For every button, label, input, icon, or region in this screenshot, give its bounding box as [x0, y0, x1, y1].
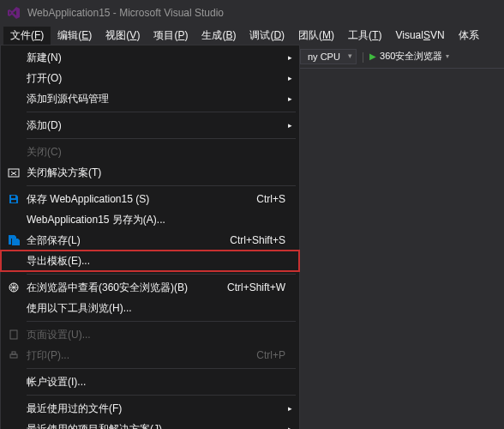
- chevron-right-icon: ▸: [284, 425, 292, 429]
- save-icon: [4, 193, 23, 205]
- menu-save-as[interactable]: WebApplication15 另存为(A)...: [1, 209, 299, 230]
- menu-save-all[interactable]: 全部保存(L) Ctrl+Shift+S: [1, 230, 299, 251]
- chevron-right-icon: ▸: [284, 94, 292, 103]
- menu-edit[interactable]: 编辑(E): [51, 27, 99, 45]
- browser-icon: [4, 281, 23, 293]
- close-solution-icon: [4, 166, 23, 178]
- print-icon: [4, 349, 23, 361]
- menu-arch[interactable]: 体系: [452, 27, 486, 45]
- cpu-selector[interactable]: ny CPU: [300, 49, 357, 64]
- menu-add[interactable]: 添加(D) ▸: [1, 115, 299, 136]
- chevron-right-icon: ▸: [284, 53, 292, 62]
- separator: [27, 138, 296, 139]
- menu-recent-projects[interactable]: 最近使用的项目和解决方案(J) ▸: [1, 419, 299, 429]
- separator: [27, 395, 296, 396]
- separator: [27, 112, 296, 112]
- menu-save[interactable]: 保存 WebApplication15 (S) Ctrl+S: [1, 189, 299, 209]
- menu-project[interactable]: 项目(P): [147, 27, 195, 45]
- menu-print: 打印(P)... Ctrl+P: [1, 345, 299, 366]
- file-dropdown-menu: 新建(N) ▸ 打开(O) ▸ 添加到源代码管理 ▸ 添加(D) ▸ 关闭(C)…: [0, 45, 300, 429]
- chevron-right-icon: ▸: [284, 404, 292, 413]
- menu-build[interactable]: 生成(B): [195, 27, 243, 45]
- menu-browse[interactable]: 在浏览器中查看(360安全浏览器)(B) Ctrl+Shift+W: [1, 277, 299, 298]
- menu-recent-files[interactable]: 最近使用过的文件(F) ▸: [1, 398, 299, 419]
- menu-page-setup: 页面设置(U)...: [1, 324, 299, 345]
- menu-tools[interactable]: 工具(T): [341, 27, 388, 45]
- menu-team[interactable]: 团队(M): [291, 27, 341, 45]
- separator: [27, 368, 296, 369]
- separator: [27, 185, 296, 186]
- titlebar: WebApplication15 - Microsoft Visual Stud…: [0, 0, 504, 26]
- menu-close: 关闭(C): [1, 142, 299, 162]
- svg-rect-3: [10, 354, 17, 358]
- menu-account[interactable]: 帐户设置(I)...: [1, 372, 299, 392]
- menu-new[interactable]: 新建(N) ▸: [1, 47, 299, 68]
- menu-visualsvn[interactable]: VisualSVN: [388, 27, 451, 43]
- vs-logo-icon: [7, 6, 21, 20]
- chevron-right-icon: ▸: [284, 121, 292, 130]
- save-all-icon: [4, 234, 23, 246]
- menu-file[interactable]: 文件(F): [3, 27, 51, 45]
- svg-rect-4: [12, 352, 15, 354]
- menu-view[interactable]: 视图(V): [99, 27, 147, 45]
- menu-open[interactable]: 打开(O) ▸: [1, 68, 299, 88]
- run-label: 360安全浏览器: [380, 50, 442, 63]
- editor-area: [300, 69, 504, 429]
- separator: [27, 321, 296, 322]
- menu-add-source[interactable]: 添加到源代码管理 ▸: [1, 88, 299, 109]
- window-title: WebApplication15 - Microsoft Visual Stud…: [27, 7, 224, 19]
- play-icon: ▶: [369, 51, 376, 61]
- svg-rect-2: [10, 330, 17, 339]
- chevron-right-icon: ▸: [284, 74, 292, 82]
- run-button[interactable]: ▶ 360安全浏览器 ▾: [369, 50, 449, 63]
- page-setup-icon: [4, 329, 23, 341]
- menu-browse-with[interactable]: 使用以下工具浏览(H)...: [1, 298, 299, 318]
- separator: [27, 274, 296, 275]
- menu-debug[interactable]: 调试(D): [243, 27, 291, 45]
- menu-close-solution[interactable]: 关闭解决方案(T): [1, 162, 299, 183]
- menu-export-template[interactable]: 导出模板(E)...: [1, 251, 299, 271]
- menubar: 文件(F) 编辑(E) 视图(V) 项目(P) 生成(B) 调试(D) 团队(M…: [0, 26, 504, 45]
- chevron-down-icon: ▾: [446, 52, 449, 60]
